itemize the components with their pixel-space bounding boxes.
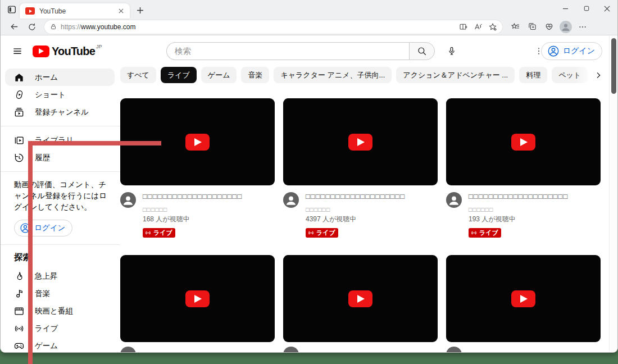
tab-close-icon[interactable]: [116, 7, 125, 16]
header-login-button[interactable]: ログイン: [541, 42, 602, 60]
video-title[interactable]: □□□□□□□□□□□□□□□□□□□□: [143, 192, 271, 201]
channel-name[interactable]: □□□□□□: [469, 206, 597, 213]
video-thumbnail[interactable]: [120, 255, 275, 342]
chip-live[interactable]: ライブ: [161, 67, 197, 83]
youtube-header: YouTube JP: [1, 35, 617, 67]
address-bar[interactable]: https://www.youtube.com: [44, 20, 502, 34]
play-button-icon[interactable]: [511, 290, 535, 307]
sidebar-item-live[interactable]: ライブ: [1, 320, 120, 337]
video-card[interactable]: □□□□□□□□□□□□□□□□□□□□ □□□□□□ 4397 人が視聴中 ラ…: [283, 98, 438, 238]
browser-profile-avatar[interactable]: [560, 21, 572, 33]
sidebar-item-gaming[interactable]: ゲーム: [1, 337, 120, 353]
chip-action-adventure[interactable]: アクション＆アドベンチャー ...: [396, 67, 515, 83]
browser-tab-youtube[interactable]: YouTube: [20, 3, 130, 19]
channel-avatar[interactable]: [120, 192, 136, 208]
chip-music[interactable]: 音楽: [241, 67, 269, 83]
video-card[interactable]: [446, 255, 601, 353]
live-badge-label: ライブ: [153, 229, 172, 237]
video-card[interactable]: [283, 255, 438, 353]
sidebar-item-home[interactable]: ホーム: [5, 69, 115, 86]
youtube-logo[interactable]: YouTube JP: [33, 46, 102, 57]
channel-avatar[interactable]: [283, 347, 299, 353]
read-aloud-icon[interactable]: [471, 21, 485, 33]
sidebar-divider: [1, 244, 120, 245]
library-icon: [13, 134, 25, 147]
annotation-line-vertical: [28, 141, 33, 364]
channel-name[interactable]: □□□□□□: [143, 206, 271, 213]
sidebar-item-shorts[interactable]: ショート: [1, 86, 120, 103]
play-button-icon[interactable]: [348, 290, 372, 307]
back-icon[interactable]: [7, 20, 21, 34]
sidebar-item-label: ホーム: [35, 72, 58, 83]
minimize-button[interactable]: [555, 0, 576, 17]
play-button-icon[interactable]: [185, 290, 210, 307]
channel-avatar[interactable]: [120, 347, 136, 353]
chip-anime[interactable]: キャラクター アニメ、子供向...: [274, 67, 392, 83]
play-button-icon[interactable]: [185, 134, 210, 151]
close-window-button[interactable]: [597, 0, 617, 17]
refresh-icon[interactable]: [25, 20, 39, 34]
search-button[interactable]: [409, 42, 435, 60]
search-area: [166, 42, 461, 60]
viewer-count: 4397 人が視聴中: [306, 215, 434, 224]
play-button-icon[interactable]: [348, 134, 372, 151]
split-screen-icon[interactable]: [456, 21, 471, 33]
video-row: [120, 255, 601, 353]
sidebar-login-button[interactable]: ログイン: [14, 220, 72, 236]
settings-menu-icon[interactable]: [574, 21, 591, 33]
channel-avatar[interactable]: [283, 192, 299, 208]
video-thumbnail[interactable]: [446, 255, 601, 342]
chip-all[interactable]: すべて: [120, 67, 156, 83]
maximize-button[interactable]: [576, 0, 597, 17]
chipbar-next-icon[interactable]: [592, 69, 605, 82]
tab-actions-menu-icon[interactable]: [6, 4, 17, 15]
live-icon: [13, 322, 25, 335]
channel-avatar[interactable]: [446, 192, 462, 208]
voice-search-icon[interactable]: [443, 42, 461, 60]
video-card[interactable]: [120, 255, 275, 353]
guide-menu-icon[interactable]: [10, 44, 25, 58]
sidebar-item-library[interactable]: ライブラリ: [1, 131, 120, 149]
sidebar-item-trending[interactable]: 急上昇: [1, 267, 120, 285]
toolbar-icons: [507, 21, 591, 33]
sidebar-item-history[interactable]: 履歴: [1, 149, 120, 166]
video-thumbnail[interactable]: [446, 98, 601, 185]
collections-icon[interactable]: [524, 21, 540, 33]
youtube-page: YouTube JP: [1, 35, 617, 353]
chip-cooking[interactable]: 料理: [519, 67, 547, 83]
sidebar-item-label: ゲーム: [35, 341, 58, 351]
video-title[interactable]: □□□□□□□□□□□□□□□□□□□□: [469, 192, 597, 201]
live-badge: ライブ: [143, 228, 175, 238]
browser-essentials-icon[interactable]: [540, 21, 557, 33]
live-badge: ライブ: [306, 228, 338, 238]
gaming-icon: [13, 340, 25, 352]
shorts-icon: [13, 89, 25, 101]
youtube-logo-text: YouTube: [52, 46, 95, 57]
scrollbar-thumb[interactable]: [611, 38, 616, 94]
play-button-icon[interactable]: [511, 134, 535, 151]
chip-games[interactable]: ゲーム: [201, 67, 237, 83]
sidebar-item-movies[interactable]: 映画と番組: [1, 302, 120, 320]
channel-avatar[interactable]: [446, 347, 462, 353]
video-thumbnail[interactable]: [283, 255, 438, 342]
favorites-icon[interactable]: [507, 21, 524, 33]
history-icon: [13, 152, 25, 164]
sidebar-item-label: 登録チャンネル: [35, 107, 89, 117]
new-tab-button[interactable]: [135, 6, 144, 15]
search-box[interactable]: [166, 42, 409, 60]
video-card[interactable]: □□□□□□□□□□□□□□□□□□□□ □□□□□□ 193 人が視聴中 ライ…: [446, 98, 601, 238]
video-card[interactable]: □□□□□□□□□□□□□□□□□□□□ □□□□□□ 168 人が視聴中 ライ…: [120, 98, 275, 238]
search-input[interactable]: [175, 47, 409, 56]
sidebar-item-music[interactable]: 音楽: [1, 285, 120, 302]
add-favorite-icon[interactable]: [485, 21, 500, 33]
video-meta: □□□□□□□□□□□□□□□□□□□□ □□□□□□ 168 人が視聴中 ライ…: [120, 192, 275, 238]
youtube-region-label: JP: [96, 44, 102, 49]
page-scrollbar[interactable]: [609, 35, 617, 353]
sidebar-item-subscriptions[interactable]: 登録チャンネル: [1, 103, 120, 121]
search-icon: [417, 46, 427, 56]
login-label: ログイン: [563, 46, 595, 56]
video-title[interactable]: □□□□□□□□□□□□□□□□□□□□: [306, 192, 434, 201]
channel-name[interactable]: □□□□□□: [306, 206, 434, 213]
video-thumbnail[interactable]: [283, 98, 438, 185]
url-scheme: https://: [61, 23, 81, 31]
